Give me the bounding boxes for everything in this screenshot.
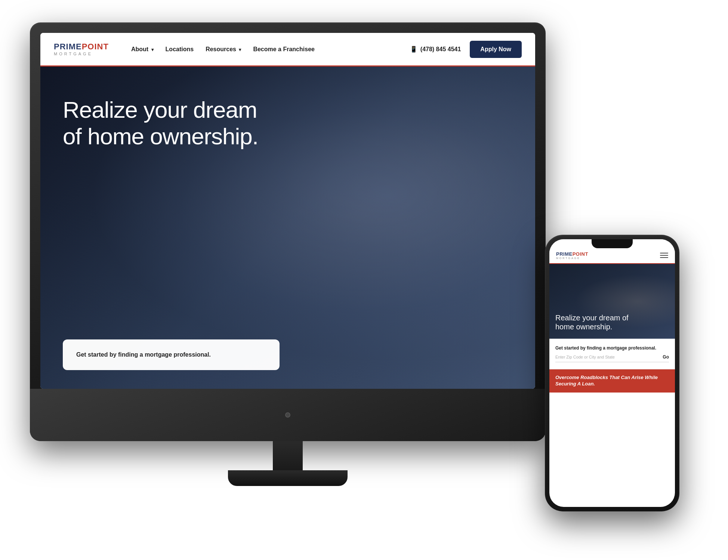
phone-search-box: Get started by finding a mortgage profes… [549, 339, 675, 369]
nav-locations[interactable]: Locations [166, 46, 194, 53]
nav-links: About ▾ Locations Resources ▾ Become a F… [131, 46, 410, 53]
phone-search-go[interactable]: Go [663, 354, 669, 360]
logo[interactable]: PRIMEPOINT MORTGAGE [54, 43, 109, 56]
phone-search-label: Get started by finding a mortgage profes… [555, 345, 669, 351]
hamburger-line-3 [660, 257, 668, 258]
hero-search-box[interactable]: Get started by finding a mortgage profes… [63, 339, 280, 370]
nav-phone[interactable]: 📱 (478) 845 4541 [410, 46, 461, 53]
hero-search-label: Get started by finding a mortgage profes… [76, 351, 266, 358]
monitor-power-button [285, 412, 290, 418]
phone-hero-heading: Realize your dream of home ownership. [555, 313, 669, 331]
nav-resources[interactable]: Resources ▾ [206, 46, 241, 53]
nav-bar: PRIMEPOINT MORTGAGE About ▾ Locations Re… [40, 33, 535, 67]
hero-heading: Realize your dream of home ownership. [63, 96, 258, 150]
phone-cta[interactable]: Overcome Roadblocks That Can Arise While… [549, 369, 675, 393]
hamburger-menu[interactable] [660, 253, 668, 258]
nav-about[interactable]: About ▾ [131, 46, 154, 53]
phone-logo-text: PRIMEPOINT [556, 251, 588, 257]
monitor-bottom-bar [30, 389, 546, 441]
phone-icon: 📱 [410, 46, 417, 53]
monitor-outer: PRIMEPOINT MORTGAGE About ▾ Locations Re… [30, 22, 546, 441]
apply-now-button[interactable]: Apply Now [470, 41, 522, 58]
monitor: PRIMEPOINT MORTGAGE About ▾ Locations Re… [30, 22, 546, 441]
nav-franchisee[interactable]: Become a Franchisee [253, 46, 315, 53]
phone-screen: PRIMEPOINT MORTGAGE Realiz [549, 239, 675, 507]
phone-cta-text: Overcome Roadblocks That Can Arise While… [555, 375, 669, 387]
scene: PRIMEPOINT MORTGAGE About ▾ Locations Re… [0, 0, 728, 560]
hamburger-line-1 [660, 253, 668, 253]
hero-section: Realize your dream of home ownership. Ge… [40, 67, 535, 389]
phone-logo-mortgage: MORTGAGE [556, 257, 588, 259]
monitor-stand-neck [273, 441, 303, 471]
hamburger-line-2 [660, 255, 668, 256]
phone-hero: Realize your dream of home ownership. [549, 264, 675, 339]
website: PRIMEPOINT MORTGAGE About ▾ Locations Re… [40, 33, 535, 389]
phone-number: (478) 845 4541 [420, 46, 461, 53]
logo-text: PRIMEPOINT [54, 43, 109, 51]
logo-mortgage: MORTGAGE [54, 52, 93, 56]
phone-outer: PRIMEPOINT MORTGAGE Realiz [545, 235, 679, 511]
monitor-screen: PRIMEPOINT MORTGAGE About ▾ Locations Re… [40, 33, 535, 389]
monitor-stand-base [228, 470, 348, 486]
phone-search-row: Enter Zip Code or City and State Go [555, 354, 669, 362]
logo-point: POINT [82, 42, 109, 51]
hero-text: Realize your dream of home ownership. [63, 96, 258, 150]
phone: PRIMEPOINT MORTGAGE Realiz [545, 235, 679, 511]
phone-notch [592, 239, 633, 248]
phone-hero-text: Realize your dream of home ownership. [555, 313, 669, 331]
phone-search-input[interactable]: Enter Zip Code or City and State [555, 355, 663, 359]
phone-logo[interactable]: PRIMEPOINT MORTGAGE [556, 251, 588, 259]
